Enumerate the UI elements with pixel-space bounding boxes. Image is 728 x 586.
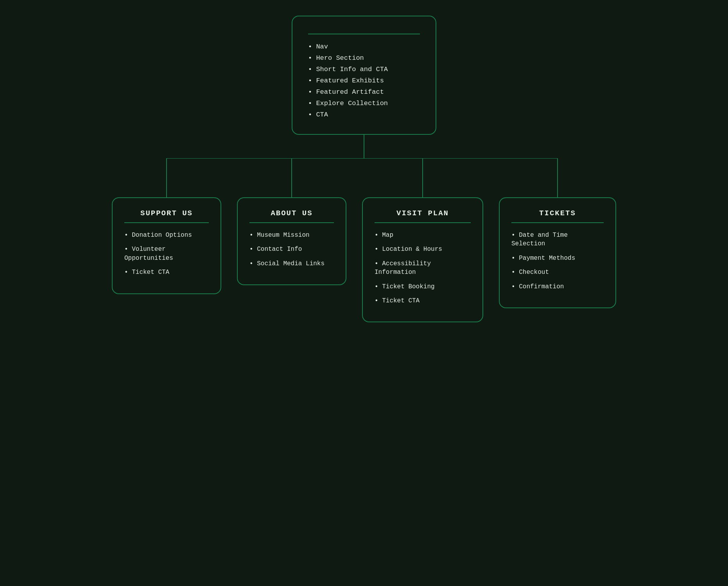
list-item: Short Info and CTA — [308, 66, 420, 73]
tree-section: SUPPORT US Donation Options Volunteer Op… — [12, 158, 716, 322]
list-item: Ticket Booking — [375, 282, 471, 291]
list-item: Social Media Links — [249, 259, 334, 268]
list-item: Location & Hours — [375, 245, 471, 254]
support-us-node: SUPPORT US Donation Options Volunteer Op… — [112, 197, 221, 294]
list-item: Accessibility Information — [375, 259, 471, 277]
support-us-divider — [124, 222, 209, 223]
tickets-title: TICKETS — [511, 209, 604, 218]
children-row: SUPPORT US Donation Options Volunteer Op… — [12, 158, 716, 322]
list-item: CTA — [308, 111, 420, 118]
support-us-list: Donation Options Volunteer Opportunities… — [124, 231, 209, 277]
list-item: Volunteer Opportunities — [124, 245, 209, 263]
list-item: Nav — [308, 43, 420, 50]
list-item: Checkout — [511, 268, 604, 277]
homepage-title-divider — [308, 34, 420, 34]
list-item: Map — [375, 231, 471, 239]
visit-plan-title: VISIT PLAN — [375, 209, 471, 218]
tickets-node: TICKETS Date and Time Selection Payment … — [499, 197, 616, 308]
list-item: Donation Options — [124, 231, 209, 239]
about-us-divider — [249, 222, 334, 223]
list-item: Featured Artifact — [308, 88, 420, 96]
visit-plan-divider — [375, 222, 471, 223]
list-item: Ticket CTA — [375, 297, 471, 305]
tickets-divider — [511, 222, 604, 223]
list-item: Payment Methods — [511, 254, 604, 263]
list-item: Museum Mission — [249, 231, 334, 239]
tickets-list: Date and Time Selection Payment Methods … — [511, 231, 604, 291]
list-item: Featured Exhibits — [308, 77, 420, 84]
diagram-container: NavHero SectionShort Info and CTAFeature… — [12, 16, 716, 322]
list-item: Contact Info — [249, 245, 334, 254]
support-us-title: SUPPORT US — [124, 209, 209, 218]
visit-plan-node: VISIT PLAN Map Location & Hours Accessib… — [362, 197, 483, 322]
homepage-node: NavHero SectionShort Info and CTAFeature… — [292, 16, 436, 135]
list-item: Hero Section — [308, 54, 420, 62]
vertical-connector-top — [364, 135, 364, 158]
list-item: Explore Collection — [308, 100, 420, 107]
about-us-list: Museum Mission Contact Info Social Media… — [249, 231, 334, 268]
list-item: Confirmation — [511, 282, 604, 291]
visit-plan-list: Map Location & Hours Accessibility Infor… — [375, 231, 471, 305]
homepage-list: NavHero SectionShort Info and CTAFeature… — [308, 43, 420, 118]
about-us-title: ABOUT US — [249, 209, 334, 218]
about-us-node: ABOUT US Museum Mission Contact Info Soc… — [237, 197, 346, 285]
list-item: Ticket CTA — [124, 268, 209, 277]
list-item: Date and Time Selection — [511, 231, 604, 248]
